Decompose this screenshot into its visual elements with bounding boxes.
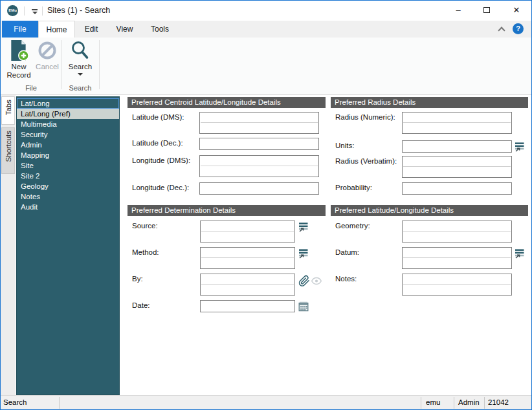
units-label: Units: bbox=[335, 142, 354, 149]
collapse-ribbon-icon[interactable] bbox=[498, 27, 505, 34]
search-button[interactable]: Search bbox=[65, 39, 96, 76]
status-separator bbox=[484, 397, 485, 409]
status-user: Admin bbox=[458, 398, 480, 406]
vertical-tab-tabs[interactable]: Tabs bbox=[1, 96, 15, 125]
app-window: EMu Sites (1) - Search – ✕ File Home Edi… bbox=[0, 0, 532, 410]
geometry-label: Geometry: bbox=[335, 222, 370, 230]
radius-numeric-label: Radius (Numeric): bbox=[335, 113, 395, 121]
cancel-icon bbox=[37, 39, 58, 61]
longitude-dec-input[interactable] bbox=[199, 182, 319, 195]
sidebar-item-notes[interactable]: Notes bbox=[17, 191, 119, 202]
status-number: 21042 bbox=[488, 398, 509, 406]
attach-icon[interactable] bbox=[298, 275, 310, 287]
sidebar-item-geology[interactable]: Geology bbox=[17, 181, 119, 191]
tab-view[interactable]: View bbox=[107, 21, 142, 38]
group-centroid-latlong-header: Preferred Centroid Latitude/Longitude De… bbox=[127, 97, 326, 108]
longitude-dms-grid[interactable] bbox=[199, 155, 319, 177]
datum-grid[interactable] bbox=[402, 247, 512, 269]
latitude-dms-grid[interactable] bbox=[199, 112, 319, 134]
date-label: Date: bbox=[132, 301, 150, 309]
close-button[interactable]: ✕ bbox=[505, 2, 527, 19]
vertical-tab-shortcuts[interactable]: Shortcuts bbox=[1, 127, 15, 174]
vertical-tab-shortcuts-label: Shortcuts bbox=[5, 128, 12, 165]
calendar-icon[interactable] bbox=[298, 301, 309, 312]
sidebar-item-site2[interactable]: Site 2 bbox=[17, 171, 119, 181]
group-determination: Preferred Determination Details Source: … bbox=[127, 205, 326, 318]
notes-label: Notes: bbox=[335, 275, 357, 283]
status-separator bbox=[421, 397, 421, 409]
source-grid[interactable] bbox=[200, 221, 295, 243]
sidebar-item-admin[interactable]: Admin bbox=[17, 140, 119, 150]
eye-icon[interactable] bbox=[311, 277, 322, 285]
search-group-label: Search bbox=[61, 84, 99, 93]
group-radius: Preferred Radius Details Radius (Numeric… bbox=[331, 97, 528, 200]
notes-grid[interactable] bbox=[402, 274, 512, 296]
lookup-list-icon[interactable] bbox=[515, 248, 525, 259]
units-input[interactable] bbox=[402, 140, 512, 153]
maximize-icon bbox=[483, 7, 490, 13]
method-label: Method: bbox=[132, 248, 159, 256]
longitude-dms-label: Longitude (DMS): bbox=[132, 156, 190, 164]
help-button[interactable]: ? bbox=[513, 23, 524, 34]
titlebar-separator bbox=[42, 6, 43, 16]
group-pref-latlong: Preferred Latitude/Longitude Details Geo… bbox=[331, 205, 528, 318]
tab-list: Lat/Long Lat/Long (Pref) Multimedia Secu… bbox=[16, 96, 120, 395]
window-title: Sites (1) - Search bbox=[47, 6, 110, 15]
date-input[interactable] bbox=[200, 300, 295, 312]
search-icon bbox=[70, 39, 91, 61]
status-mode: Search bbox=[3, 398, 27, 406]
tab-tools[interactable]: Tools bbox=[142, 21, 178, 38]
sidebar-item-mapping[interactable]: Mapping bbox=[17, 150, 119, 160]
radius-numeric-grid[interactable] bbox=[402, 112, 512, 134]
latitude-dec-input[interactable] bbox=[199, 138, 319, 150]
new-record-button[interactable]: New Record bbox=[4, 39, 34, 80]
side-strip: Tabs Shortcuts bbox=[1, 95, 16, 395]
cancel-button[interactable]: Cancel bbox=[34, 39, 60, 71]
minimize-button[interactable]: – bbox=[447, 2, 469, 19]
probability-input[interactable] bbox=[402, 182, 512, 195]
ribbon-content: New Record Cancel Search File Search bbox=[1, 38, 531, 95]
tab-home[interactable]: Home bbox=[38, 21, 75, 38]
group-pref-latlong-header: Preferred Latitude/Longitude Details bbox=[331, 205, 528, 216]
status-server: emu bbox=[426, 398, 440, 406]
tab-file[interactable]: File bbox=[2, 21, 38, 38]
probability-label: Probability: bbox=[335, 184, 372, 191]
latitude-dms-label: Latitude (DMS): bbox=[132, 113, 184, 121]
emu-logo-icon: EMu bbox=[7, 5, 18, 16]
source-label: Source: bbox=[132, 222, 158, 230]
latitude-dec-label: Latitude (Dec.): bbox=[132, 139, 183, 147]
radius-verbatim-label: Radius (Verbatim): bbox=[335, 157, 397, 165]
by-grid[interactable] bbox=[200, 274, 295, 296]
geometry-grid[interactable] bbox=[402, 221, 512, 243]
sidebar-item-security[interactable]: Security bbox=[17, 129, 119, 140]
ribbon-group-separator bbox=[99, 40, 100, 89]
radius-verbatim-grid[interactable] bbox=[402, 156, 512, 178]
status-separator bbox=[454, 397, 454, 409]
by-label: By: bbox=[132, 275, 143, 283]
datum-label: Datum: bbox=[335, 248, 359, 256]
sidebar-item-audit[interactable]: Audit bbox=[17, 202, 119, 212]
lookup-list-icon[interactable] bbox=[298, 248, 309, 259]
search-label: Search bbox=[69, 63, 92, 70]
ribbon-group-separator bbox=[61, 40, 62, 89]
maximize-button[interactable] bbox=[476, 2, 498, 19]
lookup-list-icon[interactable] bbox=[515, 142, 525, 152]
search-dropdown-icon[interactable] bbox=[78, 73, 83, 76]
titlebar-separator bbox=[24, 6, 25, 16]
sidebar-item-site[interactable]: Site bbox=[17, 160, 119, 171]
vertical-tab-tabs-label: Tabs bbox=[5, 97, 12, 118]
sidebar-item-latlong[interactable]: Lat/Long bbox=[17, 98, 119, 109]
sidebar-item-multimedia[interactable]: Multimedia bbox=[17, 119, 119, 129]
longitude-dec-label: Longitude (Dec.): bbox=[132, 184, 189, 191]
sidebar-item-latlong-pref[interactable]: Lat/Long (Pref) bbox=[17, 109, 119, 119]
tab-edit[interactable]: Edit bbox=[75, 21, 107, 38]
status-separator bbox=[59, 397, 60, 409]
cancel-label: Cancel bbox=[36, 63, 59, 70]
file-group-label: File bbox=[1, 84, 61, 93]
lookup-list-icon[interactable] bbox=[298, 222, 309, 232]
titlebar: EMu Sites (1) - Search – ✕ bbox=[1, 1, 531, 21]
method-grid[interactable] bbox=[200, 247, 295, 269]
quick-access-dropdown-icon[interactable] bbox=[32, 9, 38, 14]
group-radius-header: Preferred Radius Details bbox=[331, 97, 528, 108]
ribbon-tab-row: File Home Edit View Tools ? bbox=[1, 21, 531, 38]
